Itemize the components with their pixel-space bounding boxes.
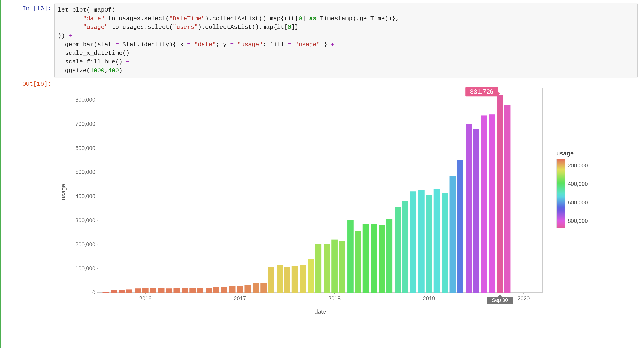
bar[interactable] (489, 114, 496, 293)
input-row: In [16]: let_plot( mapOf( "date" to usag… (2, 3, 644, 78)
bar[interactable] (268, 267, 274, 293)
bar[interactable] (379, 225, 385, 292)
bar[interactable] (324, 244, 330, 292)
notebook-cell: In [16]: let_plot( mapOf( "date" to usag… (0, 0, 644, 348)
legend-tick: 200,000 (568, 162, 588, 169)
bar[interactable] (142, 288, 148, 293)
input-prompt: In [16]: (4, 3, 54, 12)
bar[interactable] (284, 267, 290, 293)
bar[interactable] (481, 115, 487, 293)
bar[interactable] (292, 266, 298, 292)
bar[interactable] (355, 231, 361, 293)
bar[interactable] (466, 124, 472, 293)
svg-text:2017: 2017 (234, 295, 246, 302)
bar[interactable] (473, 129, 479, 293)
bar[interactable] (504, 105, 511, 293)
legend-ticks: 200,000400,000600,000800,000 (568, 159, 588, 228)
bar[interactable] (442, 193, 448, 293)
bar[interactable] (315, 244, 322, 292)
output-row: Out[16]: 0100,000200,000300,000400,00050… (2, 78, 644, 321)
svg-rect-37 (556, 159, 565, 228)
bar[interactable] (348, 220, 354, 292)
svg-text:2016: 2016 (139, 295, 152, 302)
svg-text:2018: 2018 (328, 295, 340, 302)
svg-text:2019: 2019 (423, 295, 435, 302)
bar[interactable] (386, 219, 392, 292)
svg-text:0: 0 (92, 289, 95, 296)
bar[interactable] (158, 288, 165, 293)
bar[interactable] (276, 265, 283, 292)
bar[interactable] (237, 286, 243, 292)
svg-text:200,000: 200,000 (75, 241, 95, 247)
bar[interactable] (213, 287, 220, 292)
legend-gradient (556, 159, 566, 228)
bar[interactable] (308, 259, 314, 293)
bar[interactable] (190, 288, 196, 293)
svg-text:400,000: 400,000 (75, 193, 95, 199)
bar[interactable] (426, 195, 432, 292)
svg-text:300,000: 300,000 (75, 217, 95, 223)
bar[interactable] (339, 241, 345, 292)
svg-marker-34 (498, 294, 502, 297)
svg-text:100,000: 100,000 (75, 265, 95, 271)
output-prompt: Out[16]: (4, 79, 54, 87)
bar-chart[interactable]: 0100,000200,000300,000400,000500,000600,… (59, 81, 549, 318)
bar[interactable] (450, 176, 456, 293)
bar[interactable] (497, 95, 503, 293)
bar[interactable] (300, 265, 306, 292)
bar[interactable] (150, 288, 156, 293)
svg-text:600,000: 600,000 (75, 145, 95, 151)
svg-text:800,000: 800,000 (75, 97, 95, 103)
bar[interactable] (221, 287, 227, 292)
bar[interactable] (174, 288, 180, 293)
bar[interactable] (434, 189, 440, 292)
bar[interactable] (331, 239, 338, 292)
bar[interactable] (111, 290, 117, 292)
svg-text:usage: usage (60, 184, 67, 200)
bar[interactable] (363, 224, 369, 292)
svg-marker-32 (498, 92, 500, 95)
svg-text:2020: 2020 (517, 295, 530, 302)
bar[interactable] (166, 289, 172, 293)
bar[interactable] (126, 289, 132, 293)
bar[interactable] (395, 207, 401, 293)
bar[interactable] (229, 286, 236, 292)
svg-text:700,000: 700,000 (75, 121, 95, 127)
bar[interactable] (371, 224, 377, 292)
svg-text:Sep 30: Sep 30 (492, 297, 508, 303)
bar[interactable] (135, 289, 141, 293)
bar[interactable] (418, 190, 424, 293)
bar[interactable] (118, 290, 125, 292)
output-area: 0100,000200,000300,000400,000500,000600,… (54, 79, 641, 320)
bar[interactable] (197, 288, 203, 293)
legend: usage 200,000400,000600,000800,000 (556, 150, 588, 228)
bar[interactable] (260, 283, 267, 293)
legend-title: usage (556, 150, 588, 157)
code-cell[interactable]: let_plot( mapOf( "date" to usages.select… (54, 3, 638, 78)
bar[interactable] (402, 201, 408, 293)
bar[interactable] (457, 160, 463, 293)
bar[interactable] (410, 191, 416, 293)
svg-text:date: date (314, 308, 326, 315)
legend-scale: 200,000400,000600,000800,000 (556, 159, 588, 228)
legend-tick: 800,000 (568, 218, 588, 224)
bar[interactable] (244, 285, 250, 293)
bar[interactable] (206, 288, 212, 293)
bar[interactable] (182, 288, 188, 293)
svg-text:831.726: 831.726 (470, 88, 494, 95)
bar[interactable] (102, 292, 109, 292)
legend-tick: 600,000 (568, 199, 588, 206)
svg-text:500,000: 500,000 (75, 169, 95, 175)
chart-wrap: 0100,000200,000300,000400,000500,000600,… (59, 81, 637, 318)
bar[interactable] (253, 283, 259, 293)
legend-tick: 400,000 (568, 181, 588, 187)
